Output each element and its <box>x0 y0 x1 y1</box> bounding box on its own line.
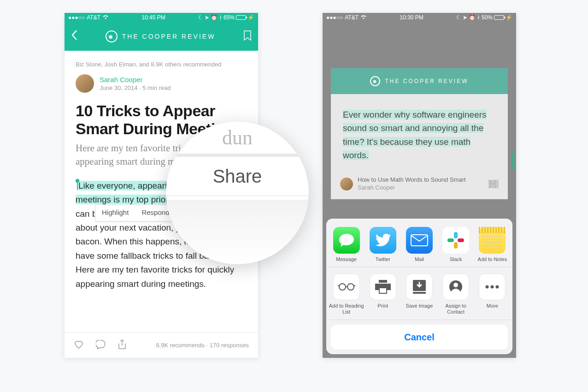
cooper-logo-icon: ☻ <box>106 30 118 42</box>
quote-author: Sarah Cooper <box>358 184 484 192</box>
share-notes[interactable]: Add to Notes <box>475 227 510 262</box>
share-twitter[interactable]: Twitter <box>365 227 400 262</box>
nav-title: ☻ THE COOPER REVIEW <box>106 30 216 42</box>
battery-pct: 65% <box>223 14 235 21</box>
svg-rect-1 <box>454 232 458 238</box>
recommend-button[interactable] <box>74 340 84 351</box>
wifi-icon <box>360 14 367 21</box>
magnifier-lens: dun Share <box>166 121 309 264</box>
comment-button[interactable] <box>96 340 106 351</box>
more-icon <box>479 273 506 300</box>
footer-bar: 8.9K recommends · 170 responses <box>65 332 258 358</box>
cooper-logo-icon: ☻ <box>370 76 380 86</box>
bluetooth-icon: ᚼ <box>477 14 480 21</box>
svg-rect-4 <box>458 238 464 242</box>
message-icon <box>333 227 360 254</box>
share-mail[interactable]: Mail <box>402 227 437 262</box>
action-assign-contact[interactable]: Assign to Contact <box>438 273 473 315</box>
bluetooth-icon: ᚼ <box>219 14 222 21</box>
quote-footer: How to Use Math Words to Sound Smart Sar… <box>331 172 508 199</box>
share-button[interactable] <box>118 339 126 351</box>
svg-point-13 <box>491 285 494 288</box>
svg-rect-0 <box>411 235 428 246</box>
phone-right: ●●●○○ AT&T 10:30 PM ☾ ➤ ⏰ ᚼ 50% ⚡ ☻ THE … <box>323 13 516 358</box>
nav-bar: ☻ THE COOPER REVIEW <box>65 22 258 51</box>
alarm-icon: ⏰ <box>469 14 476 21</box>
charging-icon: ⚡ <box>247 14 254 21</box>
back-button[interactable] <box>71 29 77 44</box>
svg-rect-7 <box>380 288 386 293</box>
magnified-bg-text: dun <box>222 126 253 149</box>
medium-logo-icon <box>488 180 499 188</box>
status-bar: ●●●○○ AT&T 10:30 PM ☾ ➤ ⏰ ᚼ 50% ⚡ <box>323 13 516 22</box>
status-bar: ●●●○○ AT&T 10:45 PM ☾ ➤ ⏰ ᚼ 65% ⚡ <box>65 13 258 22</box>
svg-point-6 <box>347 284 354 290</box>
dnd-icon: ☾ <box>198 14 203 21</box>
twitter-icon <box>370 227 396 254</box>
alarm-icon: ⏰ <box>211 14 218 21</box>
action-save-image[interactable]: Save Image <box>402 273 437 315</box>
author-name[interactable]: Sarah Cooper <box>100 76 171 83</box>
svg-point-12 <box>486 285 489 288</box>
svg-rect-2 <box>447 238 454 242</box>
charging-icon: ⚡ <box>506 14 512 21</box>
quote-title: How to Use Math Words to Sound Smart <box>358 176 484 184</box>
action-reading-list[interactable]: Add to Reading List <box>329 273 364 315</box>
download-icon <box>406 273 433 300</box>
svg-point-14 <box>496 285 499 288</box>
share-sheet: Message Twitter Mail Slack <box>326 219 512 354</box>
action-more[interactable]: More <box>475 273 510 315</box>
share-slack[interactable]: Slack <box>438 227 473 262</box>
mail-icon <box>406 227 433 254</box>
svg-rect-9 <box>413 292 426 294</box>
signal-dots-icon: ●●●○○ <box>68 14 85 21</box>
battery-pct: 50% <box>482 14 493 21</box>
carrier-label: AT&T <box>87 14 100 21</box>
quote-card: ☻ THE COOPER REVIEW Ever wonder why soft… <box>331 68 508 199</box>
text-selection-menu: Highlight Respond <box>95 205 176 221</box>
magnified-menu-bar: Share <box>166 154 309 196</box>
signal-dots-icon: ●●●○○ <box>326 14 343 21</box>
svg-rect-3 <box>454 242 458 249</box>
footer-stats[interactable]: 8.9K recommends · 170 responses <box>156 342 249 349</box>
clock-label: 10:30 PM <box>400 14 423 21</box>
menu-highlight[interactable]: Highlight <box>95 205 135 221</box>
location-icon: ➤ <box>205 14 209 21</box>
magnified-share-label[interactable]: Share <box>213 166 262 187</box>
scroll-indicator <box>512 151 514 169</box>
share-row-apps: Message Twitter Mail Slack <box>326 219 512 266</box>
glasses-icon <box>333 273 360 300</box>
contact-icon <box>442 273 469 300</box>
quote-body: Ever wonder why software engineers sound… <box>331 94 508 172</box>
action-print[interactable]: Print <box>365 273 400 315</box>
notes-icon <box>479 227 506 254</box>
author-avatar[interactable] <box>76 74 94 93</box>
cancel-button[interactable]: Cancel <box>331 325 508 350</box>
quote-avatar <box>340 178 353 190</box>
svg-point-11 <box>453 283 458 287</box>
carrier-label: AT&T <box>345 14 359 21</box>
selection-handle-start-icon[interactable] <box>76 179 79 183</box>
bookmark-button[interactable] <box>243 30 252 42</box>
author-meta: June 30, 2014 · 5 min read <box>100 84 171 91</box>
share-message[interactable]: Message <box>329 227 364 262</box>
dnd-icon: ☾ <box>456 14 461 21</box>
slack-icon <box>442 227 469 254</box>
share-row-actions: Add to Reading List Print Save Image Ass… <box>326 267 512 320</box>
wifi-icon <box>102 14 109 21</box>
quote-header: ☻ THE COOPER REVIEW <box>331 68 508 94</box>
svg-point-5 <box>339 284 346 290</box>
recommended-text: Biz Stone, Josh Elman, and 8.9K others r… <box>76 61 247 68</box>
location-icon: ➤ <box>463 14 467 21</box>
clock-label: 10:45 PM <box>141 14 165 21</box>
printer-icon <box>370 273 396 300</box>
author-row[interactable]: Sarah Cooper June 30, 2014 · 5 min read <box>76 74 247 93</box>
